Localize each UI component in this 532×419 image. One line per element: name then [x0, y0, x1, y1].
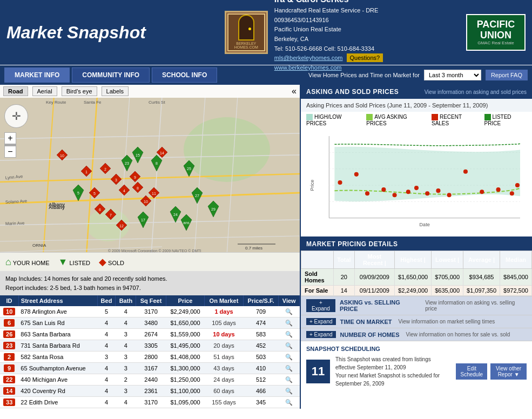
map-labels-btn[interactable]: Labels: [102, 86, 129, 96]
pricing-header: MARKET PRICING DETAILS: [301, 238, 532, 251]
listing-view-btn[interactable]: 🔍: [279, 317, 300, 329]
snapshot-section: SNAPSHOT SCHEDULING 11 This Snapshot was…: [301, 341, 532, 392]
listing-view-btn[interactable]: 🔍: [279, 340, 300, 352]
map-compass[interactable]: ✛: [4, 104, 28, 128]
listing-address: 675 San Luis Rd: [18, 317, 97, 329]
map-road-btn[interactable]: Road: [3, 86, 28, 96]
expand-subtitle-asking-selling: View information on asking vs. selling p…: [425, 300, 527, 312]
expand-header-number-homes[interactable]: + Expand NUMBER OF HOMES View informatio…: [301, 328, 532, 341]
pricing-col-median: Median: [500, 251, 532, 269]
map-aerial-btn[interactable]: Aerial: [32, 86, 57, 96]
time-period-select[interactable]: Last 3 month Last 6 months Last 12 month…: [424, 70, 481, 80]
listing-bed: 3: [97, 352, 116, 363]
expand-btn-asking-selling[interactable]: + Expand: [306, 299, 335, 312]
your-home-label: YOUR HOME: [13, 260, 50, 266]
pricing-col-highest: Highest |: [395, 251, 432, 269]
table-row: 26 863 Santa Barbara 4 3 2674 $1,559,000…: [0, 329, 300, 340]
svg-text:11: 11: [152, 192, 156, 195]
listing-address: 878 Arlington Ave: [18, 306, 97, 317]
listing-on-market: 155 days: [205, 397, 243, 408]
listing-sqft: 3480: [136, 317, 166, 329]
report-faq-button[interactable]: Report FAQ: [486, 70, 528, 80]
edit-schedule-btn[interactable]: Edit Schedule: [456, 363, 487, 380]
expand-section-asking-selling: + Expand ASKING vs. SELLING PRICE View i…: [301, 296, 532, 315]
listing-bed: 4: [97, 397, 116, 408]
svg-text:3: 3: [115, 178, 117, 182]
chart-header: ASKING AND SOLD PRICES View information …: [301, 85, 532, 99]
view-report-btn[interactable]: View other Repor ▼: [490, 363, 527, 380]
agent-company: Pacific Union Real Estate: [274, 25, 383, 35]
legend-recent-sales: RECENT SALES: [432, 114, 478, 126]
expand-btn-number-homes[interactable]: + Expand: [306, 331, 336, 338]
svg-text:ORNIA: ORNIA: [32, 243, 46, 248]
snapshot-buttons: Edit Schedule View other Repor ▼: [456, 363, 527, 380]
pricing-total: 20: [334, 269, 354, 286]
listing-view-btn[interactable]: 🔍: [279, 374, 300, 386]
map-collapse-btn[interactable]: «: [292, 86, 297, 96]
listing-bath: 3: [116, 329, 136, 340]
listing-on-market: 20 days: [205, 340, 243, 352]
chart-area: Price: [301, 129, 532, 236]
map-container[interactable]: Road Aerial Bird's eye Labels «: [0, 85, 300, 252]
col-bed: Bed: [97, 295, 116, 306]
col-id: ID: [0, 295, 18, 306]
agent-contact: Ira & Carol Serkes Handcrafted Real Esta…: [274, 0, 383, 72]
right-panel: ASKING AND SOLD PRICES View information …: [300, 85, 532, 409]
svg-text:2: 2: [104, 167, 106, 171]
listing-id: 2: [0, 352, 18, 363]
listing-view-btn[interactable]: 🔍: [279, 306, 300, 317]
nav-view-label: View Home Prices and Time on Market for: [308, 72, 420, 78]
listing-bath: 3: [116, 363, 136, 374]
listed-price-color: [484, 114, 491, 120]
pricing-recent: 09/09/2009: [354, 269, 394, 286]
tab-community-info[interactable]: COMMUNITY INFO: [72, 67, 150, 83]
listing-psf: 345: [243, 397, 279, 408]
listing-bed: 4: [97, 329, 116, 340]
expand-sections: + Expand ASKING vs. SELLING PRICE View i…: [301, 296, 532, 341]
listing-view-btn[interactable]: 🔍: [279, 397, 300, 408]
listing-view-btn[interactable]: 🔍: [279, 352, 300, 363]
expand-header-time-on-market[interactable]: + Expand TIME ON MARKET View information…: [301, 315, 532, 328]
dropdown-arrow-icon[interactable]: ▼: [514, 371, 520, 377]
svg-point-88: [381, 187, 386, 192]
agent-email-link[interactable]: mls@berkeleyhomes.com: [274, 55, 343, 61]
svg-point-91: [414, 186, 419, 190]
pricing-lowest: $705,000: [432, 269, 463, 286]
listing-view-btn[interactable]: 🔍: [279, 386, 300, 397]
map-info: Map Includes: 14 homes for sale and 20 r…: [0, 271, 300, 295]
tab-market-info[interactable]: MARKET INFO: [4, 67, 70, 83]
listing-id: 22: [0, 374, 18, 386]
recent-sales-color: [432, 114, 438, 120]
listing-bath: 3: [116, 352, 136, 363]
zoom-in-btn[interactable]: +: [4, 132, 16, 144]
svg-point-99: [515, 183, 520, 187]
expand-btn-time-on-market[interactable]: + Expand: [306, 318, 336, 325]
tab-school-info[interactable]: SCHOOL INFO: [152, 67, 217, 83]
listing-id: 10: [0, 306, 18, 317]
listing-id: 26: [0, 329, 18, 340]
listing-psf: 410: [243, 363, 279, 374]
map-birds-eye-btn[interactable]: Bird's eye: [62, 86, 97, 96]
listing-view-btn[interactable]: 🔍: [279, 363, 300, 374]
listing-price: $1,095,000: [166, 397, 205, 408]
zoom-out-btn[interactable]: −: [4, 146, 16, 158]
legend-sold: ◆ SOLD: [99, 256, 124, 268]
svg-text:8: 8: [156, 161, 158, 165]
chart-title: ASKING AND SOLD PRICES: [306, 88, 399, 96]
questions-button[interactable]: Questions?: [347, 53, 383, 62]
main-content: Road Aerial Bird's eye Labels «: [0, 85, 532, 409]
expand-header-asking-selling[interactable]: + Expand ASKING vs. SELLING PRICE View i…: [301, 296, 532, 315]
pricing-total: 14: [334, 286, 354, 296]
listing-bed: 4: [97, 386, 116, 397]
svg-text:27: 27: [195, 194, 199, 198]
svg-text:ans: ans: [183, 221, 190, 225]
pricing-col-average: Average |: [463, 251, 500, 269]
chart-date-range: Asking Prices and Sold Prices (June 11, …: [301, 99, 532, 112]
table-row: 23 731 Santa Barbara Rd 4 4 3305 $1,495,…: [0, 340, 300, 352]
listing-view-btn[interactable]: 🔍: [279, 329, 300, 340]
listing-sqft: 3167: [136, 363, 166, 374]
snapshot-header: SNAPSHOT SCHEDULING: [306, 346, 527, 352]
expand-title-number-homes: NUMBER OF HOMES: [340, 332, 400, 338]
listing-sqft: 3170: [136, 306, 166, 317]
pricing-table: Total Most Recent | Highest | Lowest | A…: [301, 251, 532, 296]
